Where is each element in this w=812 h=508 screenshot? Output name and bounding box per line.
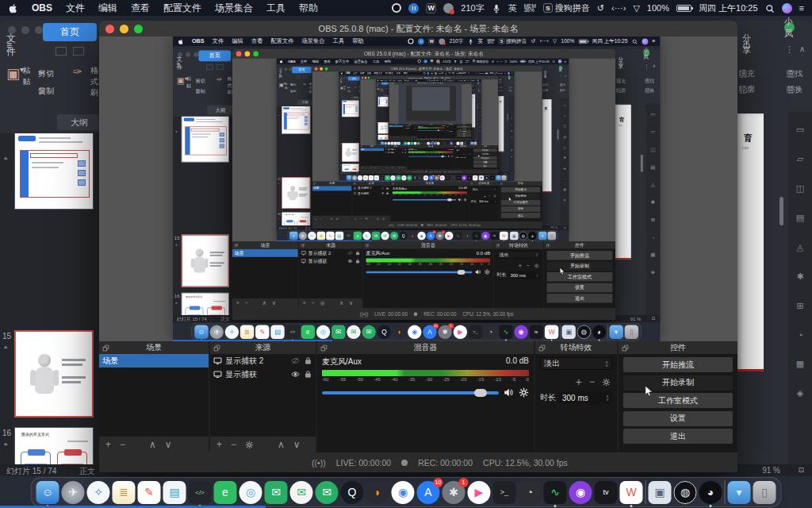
- notification-center-icon[interactable]: ≡: [799, 3, 804, 13]
- launchpad-icon[interactable]: ✈: [210, 325, 224, 338]
- system-preferences-icon[interactable]: ✱1: [436, 232, 444, 240]
- disk-utility-icon[interactable]: ◔: [519, 481, 542, 504]
- wps-sidebar-tool-icon[interactable]: ⊞: [563, 167, 565, 171]
- qq-icon[interactable]: Q: [412, 175, 417, 180]
- collapse-ribbon-icon[interactable]: ∧: [565, 75, 567, 78]
- settings-button[interactable]: 设置: [473, 160, 497, 164]
- add-transition-button[interactable]: +: [463, 152, 465, 155]
- wps-user-account[interactable]: 小凤: [508, 76, 511, 79]
- wps-sidebar-tool-icon[interactable]: ✱: [651, 199, 656, 206]
- microphone-icon[interactable]: [440, 80, 442, 82]
- podcasts-icon[interactable]: ◉: [515, 325, 528, 338]
- network-tool-icon[interactable]: ‹···›: [611, 3, 626, 13]
- menu-item-edit[interactable]: 编辑: [360, 71, 364, 75]
- menu-item-obs[interactable]: OBS: [192, 38, 205, 44]
- wps-menubar-icon[interactable]: W: [426, 3, 436, 13]
- transition-properties-gear-icon[interactable]: [454, 129, 455, 129]
- menu-item-edit[interactable]: 编辑: [98, 2, 117, 15]
- menu-item-tools[interactable]: 工具: [373, 59, 380, 64]
- zoom-window-button[interactable]: [325, 67, 328, 71]
- trash-icon[interactable]: ▯: [473, 142, 477, 145]
- transition-properties-gear-icon[interactable]: [493, 194, 496, 198]
- move-source-down-button[interactable]: ∨: [293, 439, 301, 450]
- menu-item-scene-collection[interactable]: 场景集合: [215, 2, 253, 15]
- minimize-window-button[interactable]: [120, 25, 128, 33]
- firefox-icon[interactable]: ◗: [393, 325, 406, 338]
- keynote-icon[interactable]: ▤: [335, 232, 343, 240]
- slide-15-thumbnail-selected[interactable]: [378, 122, 389, 133]
- dock-separator[interactable]: [645, 480, 646, 504]
- remove-scene-button[interactable]: −: [120, 439, 125, 450]
- zoom-level[interactable]: 91 %: [630, 316, 642, 321]
- wps-toolbar-ghost-icon[interactable]: [354, 82, 357, 83]
- obs-status-icon[interactable]: [392, 3, 401, 13]
- code-editor-icon[interactable]: </>: [344, 232, 352, 240]
- terminal-icon[interactable]: >_: [454, 232, 462, 240]
- slide-16-thumbnail[interactable]: 图表的常见形式: [182, 293, 229, 315]
- wps-user-account[interactable]: 小凤: [643, 50, 649, 56]
- slide-16-thumbnail[interactable]: 图表的常见形式: [14, 427, 94, 464]
- youku-icon[interactable]: ▶: [445, 232, 453, 240]
- wechat-files-icon[interactable]: ✉: [290, 481, 313, 504]
- memory-indicator[interactable]: MEM36%: [524, 4, 536, 13]
- finder-icon[interactable]: ☺: [289, 232, 297, 240]
- status-mode[interactable]: 正文: [79, 466, 95, 477]
- zoom-window-button[interactable]: [134, 25, 143, 33]
- time-machine-icon[interactable]: ↺: [454, 80, 454, 82]
- slide-14-thumbnail[interactable]: [14, 133, 94, 210]
- apple-tv-icon[interactable]: tv: [595, 481, 618, 504]
- word-count[interactable]: 210字: [442, 60, 451, 64]
- source-properties-gear-icon[interactable]: [245, 441, 254, 449]
- microphone-icon[interactable]: [454, 60, 457, 64]
- wps-sidebar-tool-icon[interactable]: ▱: [564, 114, 566, 117]
- remove-scene-button[interactable]: −: [320, 217, 322, 221]
- transitions-panel-header[interactable]: 转场特效: [535, 341, 617, 354]
- menu-item-help[interactable]: 帮助: [352, 37, 363, 45]
- move-source-up-button[interactable]: ∧: [412, 137, 413, 138]
- media-player-icon[interactable]: ◍: [519, 232, 527, 240]
- wechat-icon[interactable]: ✉: [396, 175, 400, 180]
- keynote-icon[interactable]: ▤: [270, 325, 284, 338]
- move-scene-up-button[interactable]: ∧: [149, 439, 156, 450]
- minimize-window-button[interactable]: [365, 77, 366, 79]
- volume-slider[interactable]: [418, 130, 441, 131]
- scene-list-item[interactable]: 场景: [312, 186, 352, 190]
- wps-sidebar-tool-icon[interactable]: ⊞: [796, 301, 803, 311]
- time-machine-icon[interactable]: ↺: [597, 3, 604, 13]
- fit-window-icon[interactable]: ⊡: [511, 172, 513, 174]
- mixer-gear-icon[interactable]: [451, 156, 454, 158]
- volume-slider[interactable]: [408, 156, 446, 157]
- replace-tool-button[interactable]: 替换: [645, 88, 649, 93]
- wps-sidebar-tool-icon[interactable]: ▦: [796, 359, 804, 369]
- apple-menu-icon[interactable]: [178, 38, 184, 45]
- apple-tv-icon[interactable]: tv: [530, 325, 543, 338]
- zoom-window-button[interactable]: [368, 77, 370, 79]
- duration-spinner-icon[interactable]: ∧∨: [469, 156, 470, 158]
- sources-panel-header[interactable]: 来源: [299, 241, 362, 249]
- wps-sidebar-tool-icon[interactable]: ◬: [564, 145, 566, 149]
- collapse-ribbon-icon[interactable]: ∧: [653, 64, 656, 69]
- select-spinner-icon[interactable]: ∧∨: [536, 252, 538, 256]
- studio-mode-button[interactable]: 工作室模式: [623, 393, 733, 408]
- scenes-panel-header[interactable]: 场景: [232, 241, 298, 249]
- select-spinner-icon[interactable]: ∧∨: [495, 188, 496, 190]
- menu-item-view[interactable]: 查看: [393, 79, 396, 81]
- menu-item-help[interactable]: 帮助: [404, 71, 408, 75]
- mixer-gear-icon[interactable]: [519, 387, 529, 398]
- fill-tool-button[interactable]: 填充: [739, 70, 747, 78]
- wechat-work-icon[interactable]: ✉: [362, 325, 376, 338]
- code-editor-icon[interactable]: </>: [380, 175, 385, 180]
- exit-button[interactable]: 退出: [501, 213, 541, 218]
- duration-input[interactable]: 300 ms ∧∨: [460, 156, 471, 159]
- wps-sidebar-tool-icon[interactable]: ◔: [564, 177, 565, 180]
- launchpad-icon[interactable]: ✈: [299, 232, 307, 240]
- word-count[interactable]: 210字: [461, 2, 484, 14]
- remove-scene-button[interactable]: −: [245, 300, 248, 306]
- menu-item-obs[interactable]: OBS: [381, 79, 383, 81]
- wps-sidebar-tool-icon[interactable]: ◈: [797, 388, 803, 398]
- wechat-icon[interactable]: ✉: [331, 325, 345, 338]
- time-machine-icon[interactable]: ↺: [468, 72, 469, 75]
- fill-tool-button[interactable]: 填充: [499, 87, 500, 88]
- outline-tab-button[interactable]: 大纲: [297, 99, 313, 105]
- source-properties-gear-icon[interactable]: [408, 137, 408, 137]
